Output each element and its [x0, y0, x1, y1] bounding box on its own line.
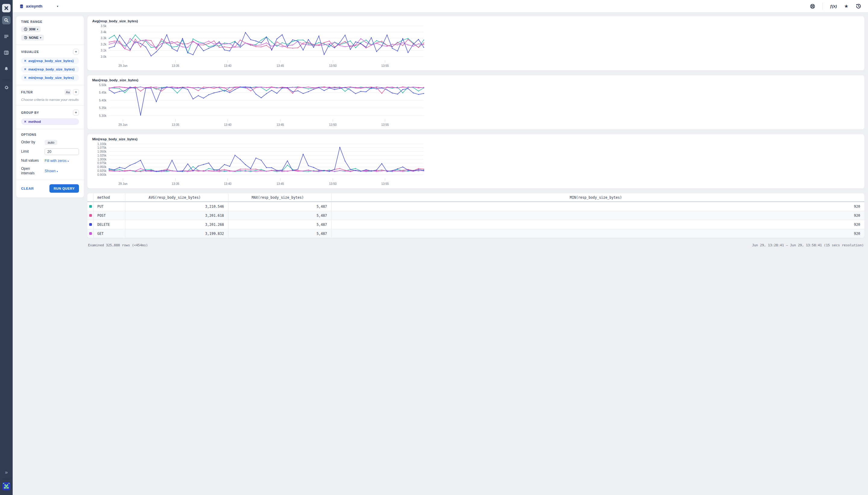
svg-text:3.2k: 3.2k: [101, 43, 107, 46]
rail-divider: [3, 80, 10, 80]
svg-text:13:50: 13:50: [329, 182, 337, 186]
chart-title: Max(resp_body_size_bytes): [92, 78, 434, 82]
table-row[interactable]: POST 3,201.618 5,487 920: [87, 211, 434, 220]
nav-query-button[interactable]: [2, 16, 11, 24]
svg-text:13:40: 13:40: [224, 64, 231, 67]
nav-boards-button[interactable]: [2, 49, 11, 57]
svg-text:5.30k: 5.30k: [99, 114, 107, 117]
nav-queries-button[interactable]: [2, 32, 11, 41]
query-builder-panel: TIME RANGE 30M ▾ NONE: [16, 16, 84, 198]
series-color-swatch: [89, 214, 92, 217]
group-by-label: GROUP BY: [21, 111, 39, 115]
svg-text:0.900k: 0.900k: [97, 173, 107, 176]
options-section: OPTIONS Order by auto Limit Null values …: [16, 129, 84, 180]
svg-text:13:55: 13:55: [381, 64, 389, 67]
series-color-swatch: [89, 223, 92, 226]
visualize-chip-avg[interactable]: × avg(resp_body_size_bytes): [21, 57, 79, 64]
clear-button[interactable]: CLEAR: [21, 187, 34, 190]
visualize-chip-max[interactable]: × max(resp_body_size_bytes): [21, 66, 79, 72]
visualize-label: VISUALIZE: [21, 50, 39, 54]
svg-text:13:40: 13:40: [224, 123, 231, 126]
clock-icon: [24, 28, 28, 31]
svg-text:5.35k: 5.35k: [99, 106, 107, 109]
chart-card-min: Min(resp_body_size_bytes) 1.100k1.075k1.…: [87, 134, 434, 188]
add-visualization-button[interactable]: +: [73, 49, 79, 55]
svg-text:1.050k: 1.050k: [97, 150, 107, 153]
open-intervals-value: Shown: [45, 169, 56, 173]
chart-title: Avg(resp_body_size_bytes): [92, 19, 434, 23]
max-cell: 5,487: [228, 229, 331, 238]
nav-alerts-button[interactable]: [2, 65, 11, 73]
table-row[interactable]: DELETE 3,201.268 5,487 920: [87, 220, 434, 229]
avg-line-chart[interactable]: 3.5k3.4k3.3k3.2k3.1k3.0k29 Jun13:3513:40…: [92, 23, 434, 70]
column-header-avg[interactable]: AVG(resp_body_size_bytes): [125, 193, 228, 202]
svg-text:5.40k: 5.40k: [99, 99, 107, 102]
svg-text:0.950k: 0.950k: [97, 165, 107, 169]
svg-text:0.925k: 0.925k: [97, 169, 107, 172]
svg-text:13:55: 13:55: [381, 123, 389, 126]
dataset-picker[interactable]: axisynth ▾: [19, 4, 58, 9]
remove-icon[interactable]: ×: [24, 59, 26, 63]
column-header-min[interactable]: MIN(resp_body_size_bytes): [331, 193, 434, 202]
chevron-down-icon: ▾: [67, 160, 69, 163]
svg-text:3.1k: 3.1k: [101, 49, 107, 52]
method-cell: GET: [94, 229, 125, 238]
order-by-value[interactable]: auto: [45, 140, 57, 145]
min-cell: 920: [331, 202, 434, 211]
svg-text:13:35: 13:35: [172, 123, 179, 126]
remove-icon[interactable]: ×: [24, 120, 26, 124]
chevron-down-icon: ▾: [57, 170, 58, 173]
group-by-chip-method[interactable]: × method: [21, 118, 79, 125]
visualize-section: VISUALIZE + × avg(resp_body_size_bytes) …: [16, 45, 84, 85]
x-logo-icon: [4, 5, 9, 11]
chart-card-max: Max(resp_body_size_bytes) 5.50k5.45k5.40…: [87, 75, 434, 130]
svg-text:13:35: 13:35: [172, 64, 179, 67]
svg-text:13:40: 13:40: [224, 182, 231, 186]
left-rail: »: [0, 0, 13, 248]
svg-text:3.3k: 3.3k: [101, 36, 107, 40]
open-intervals-label: Open intervals: [21, 167, 40, 176]
visualize-chip-min[interactable]: × min(resp_body_size_bytes): [21, 74, 79, 81]
run-query-button[interactable]: RUN QUERY: [49, 184, 79, 193]
group-by-chip-label: method: [28, 120, 41, 123]
chevron-down-icon: ▾: [40, 36, 41, 39]
table-row[interactable]: GET 3,199.832 5,487 920: [87, 229, 434, 238]
limit-label: Limit: [21, 149, 45, 154]
case-sensitivity-button[interactable]: Aa: [65, 89, 71, 95]
max-cell: 5,487: [228, 202, 331, 211]
svg-text:29 Jun: 29 Jun: [118, 182, 128, 186]
column-header-method[interactable]: method: [94, 193, 125, 202]
chart-card-avg: Avg(resp_body_size_bytes) 3.5k3.4k3.3k3.…: [87, 16, 434, 70]
null-values-value: Fill with zeros: [45, 159, 67, 163]
series-swatch-cell: [87, 229, 94, 238]
series-color-swatch: [89, 205, 92, 208]
nav-settings-button[interactable]: [2, 83, 11, 91]
column-header-max[interactable]: MAX(resp_body_size_bytes): [228, 193, 331, 202]
time-range-section: TIME RANGE 30M ▾ NONE: [16, 16, 84, 45]
results-column: Avg(resp_body_size_bytes) 3.5k3.4k3.3k3.…: [87, 16, 434, 248]
main-content: TIME RANGE 30M ▾ NONE: [13, 13, 434, 248]
table-row[interactable]: PUT 3,210.546 5,487 920: [87, 202, 434, 211]
time-range-compare-dropdown[interactable]: NONE ▾: [21, 35, 44, 41]
remove-icon[interactable]: ×: [24, 75, 26, 80]
app-logo[interactable]: [2, 4, 11, 12]
add-filter-button[interactable]: +: [73, 89, 79, 95]
series-swatch-cell: [87, 211, 94, 220]
svg-text:13:50: 13:50: [329, 64, 337, 67]
min-line-chart[interactable]: 1.100k1.075k1.050k1.025k1.000k0.975k0.95…: [92, 141, 434, 188]
query-actions: CLEAR RUN QUERY: [16, 180, 84, 198]
svg-text:0.975k: 0.975k: [97, 161, 107, 165]
board-columns-icon: [4, 50, 9, 55]
svg-text:1.000k: 1.000k: [97, 158, 107, 161]
svg-text:1.025k: 1.025k: [97, 154, 107, 157]
add-group-by-button[interactable]: +: [73, 109, 79, 116]
null-values-dropdown[interactable]: Fill with zeros ▾: [45, 159, 69, 163]
search-icon: [4, 18, 9, 22]
open-intervals-dropdown[interactable]: Shown ▾: [45, 169, 58, 173]
top-bar: axisynth ▾ ƒ(x) ★: [13, 0, 434, 13]
list-lines-icon: [4, 34, 9, 39]
remove-icon[interactable]: ×: [24, 67, 26, 71]
limit-input[interactable]: [45, 149, 79, 155]
time-range-duration-dropdown[interactable]: 30M ▾: [21, 26, 41, 32]
max-line-chart[interactable]: 5.50k5.45k5.40k5.35k5.30k29 Jun13:3513:4…: [92, 83, 434, 129]
